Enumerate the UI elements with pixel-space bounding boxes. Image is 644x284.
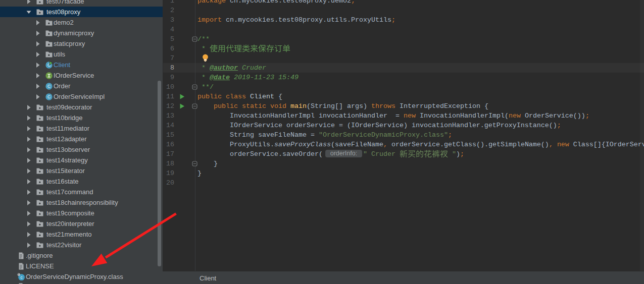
svg-text:c: c (21, 275, 23, 279)
svg-text:C: C (47, 94, 51, 99)
svg-text:C: C (47, 84, 51, 89)
